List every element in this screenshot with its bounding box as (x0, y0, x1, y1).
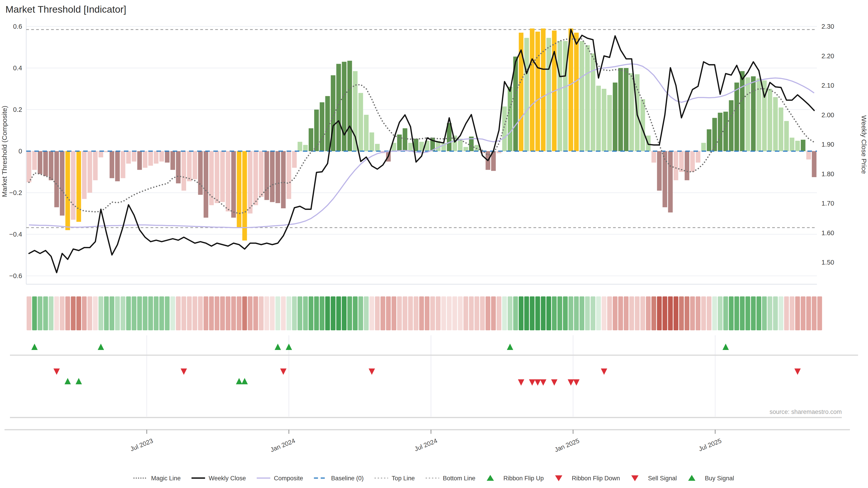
ribbon-cell (513, 296, 518, 330)
ribbon-cell (369, 296, 374, 330)
threshold-bar (530, 29, 535, 151)
ribbon-cell (662, 296, 667, 330)
ribbon-cell (580, 296, 584, 330)
ribbon-cell (392, 296, 396, 330)
threshold-bar (137, 151, 142, 170)
threshold-bars (27, 29, 816, 240)
legend-item: Ribbon Flip Up (487, 475, 544, 482)
ribbon-cell (679, 296, 684, 330)
ribbon-cell (126, 296, 131, 330)
threshold-bar (668, 151, 673, 213)
date-guides (147, 335, 715, 417)
threshold-bar (618, 68, 623, 151)
threshold-bar (88, 151, 92, 193)
ribbon-cell (718, 296, 722, 330)
legend-label: Buy Signal (705, 475, 734, 482)
ribbon-cell (474, 296, 479, 330)
ribbon-cell (303, 296, 308, 330)
ribbon-cell (204, 296, 208, 330)
threshold-bar (535, 32, 540, 151)
threshold-bar (27, 151, 31, 182)
threshold-bar (198, 151, 203, 195)
threshold-bar (193, 151, 197, 179)
legend-item: Bottom Line (426, 475, 475, 482)
ribbon-cell (209, 296, 214, 330)
ribbon-cell (618, 296, 623, 330)
ribbon-cell (331, 296, 336, 330)
threshold-bar (768, 89, 772, 151)
threshold-bar (375, 144, 380, 151)
ribbon-cell (789, 296, 794, 330)
ribbon-cell (651, 296, 656, 330)
ribbon-cell (491, 296, 496, 330)
ribbon-cell (275, 296, 280, 330)
buy-signal-marker (64, 378, 71, 384)
ribbon-cell (176, 296, 181, 330)
threshold-bar (259, 151, 264, 197)
right-tick-label: 1.90 (822, 141, 834, 148)
ribbon-cell (535, 296, 540, 330)
ribbon-cell (624, 296, 629, 330)
threshold-bar (65, 151, 70, 230)
right-tick-label: 2.00 (822, 111, 834, 119)
ribbon-cell (131, 296, 136, 330)
ribbon-cell (519, 296, 524, 330)
threshold-bar (154, 151, 159, 164)
threshold-bar (607, 95, 612, 151)
legend-label: Ribbon Flip Up (503, 475, 544, 482)
ribbon-cell (292, 296, 297, 330)
threshold-bar (265, 151, 269, 200)
ribbon-flip-down-marker (601, 368, 607, 375)
ribbon-flip-up-marker (286, 344, 292, 350)
ribbon-cell (674, 296, 678, 330)
threshold-bar (121, 151, 125, 178)
ribbon-cell (784, 296, 789, 330)
left-tick-label: −0.2 (9, 189, 22, 196)
ribbon-cell (635, 296, 640, 330)
legend-label: Weekly Close (209, 475, 246, 482)
legend-label: Bottom Line (443, 475, 475, 482)
ribbon-cell (596, 296, 601, 330)
threshold-bar (176, 151, 181, 184)
ribbon-cell (220, 296, 225, 330)
threshold-bar (403, 128, 407, 151)
threshold-bar (253, 151, 258, 205)
x-tick-label: Jul 2023 (129, 437, 154, 453)
ribbon-cell (110, 296, 114, 330)
legend-label: Top Line (392, 475, 415, 482)
ribbon-flip-down-marker (794, 368, 801, 375)
right-tick-label: 2.30 (822, 23, 834, 30)
y-axis-right: 2.302.202.102.001.901.801.701.601.50Week… (822, 23, 868, 266)
ribbon-cell (259, 296, 264, 330)
threshold-bar (751, 76, 756, 151)
ribbon-cell (54, 296, 59, 330)
ribbon-cell (602, 296, 607, 330)
threshold-bar (115, 151, 120, 181)
legend-label: Baseline (0) (331, 475, 364, 482)
right-tick-label: 1.70 (822, 200, 834, 207)
threshold-bar (729, 100, 734, 151)
ribbon-cell (806, 296, 811, 330)
ribbon-cell (745, 296, 750, 330)
ribbon-cell (795, 296, 800, 330)
ribbon-cell (27, 296, 31, 330)
legend-item: Magic Line (134, 475, 181, 482)
ribbon-cell (408, 296, 413, 330)
threshold-bar (580, 41, 584, 151)
threshold-bar (38, 151, 42, 174)
legend-item: Buy Signal (688, 475, 734, 482)
threshold-bar (165, 151, 169, 163)
ribbon-cell (38, 296, 42, 330)
ribbon-cell (225, 296, 230, 330)
ribbon-cell (541, 296, 546, 330)
ribbon-flip-down-marker (54, 368, 60, 375)
ribbon-cell (563, 296, 567, 330)
left-tick-label: 0 (19, 148, 22, 155)
ribbon-cell (613, 296, 618, 330)
threshold-bar (93, 151, 98, 180)
x-axis: Jul 2023Jan 2024Jul 2024Jan 2025Jul 2025 (4, 430, 850, 453)
buy-signal-marker (241, 378, 248, 384)
threshold-bar (143, 151, 148, 168)
ribbon-cell (425, 296, 430, 330)
threshold-bar (735, 83, 739, 151)
